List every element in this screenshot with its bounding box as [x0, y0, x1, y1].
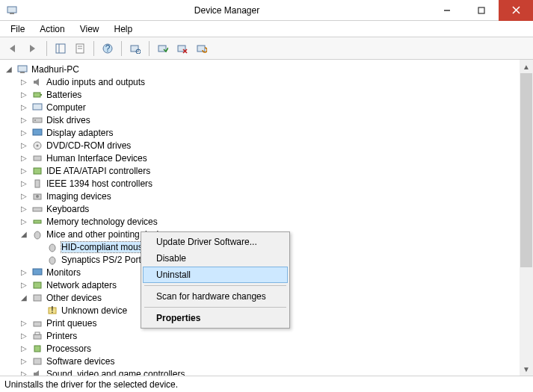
ctx-update-driver[interactable]: Update Driver Software...: [143, 234, 288, 250]
expander-icon[interactable]: ▷: [19, 128, 28, 137]
scroll-down-icon[interactable]: ▼: [520, 362, 533, 376]
tree-item[interactable]: ▷Printers: [3, 329, 517, 342]
ctx-properties[interactable]: Properties: [143, 310, 288, 326]
expander-icon[interactable]: ▷: [19, 357, 28, 366]
menu-help[interactable]: Help: [107, 22, 141, 36]
forward-button[interactable]: [24, 40, 42, 57]
expander-icon[interactable]: ▷: [19, 116, 28, 125]
mouse-icon: [46, 241, 58, 253]
audio-icon: [31, 76, 43, 88]
help-button[interactable]: ?: [99, 40, 117, 57]
software-icon: [31, 355, 43, 367]
expander-icon[interactable]: ▷: [19, 192, 28, 201]
tree-item[interactable]: ▷DVD/CD-ROM drives: [3, 139, 517, 152]
menu-action[interactable]: Action: [32, 22, 72, 36]
ctx-separator: [144, 285, 286, 286]
update-driver-button[interactable]: [193, 40, 211, 57]
menu-view[interactable]: View: [73, 22, 107, 36]
svg-rect-30: [34, 156, 41, 161]
mouse-icon: [46, 254, 58, 266]
minimize-button[interactable]: [430, 0, 464, 21]
tree-item[interactable]: ▷Audio inputs and outputs: [3, 75, 517, 88]
svg-rect-41: [34, 282, 41, 288]
expander-icon[interactable]: ▷: [19, 344, 28, 353]
ctx-disable[interactable]: Disable: [143, 250, 288, 267]
expander-icon[interactable]: ▷: [19, 141, 28, 150]
svg-text:?: ?: [105, 43, 111, 54]
expander-icon[interactable]: ▷: [19, 103, 28, 112]
properties-button[interactable]: [71, 40, 89, 57]
printer-icon: [31, 330, 43, 342]
toolbar-separator: [121, 41, 122, 56]
back-button[interactable]: [4, 40, 22, 57]
svg-rect-47: [35, 332, 40, 335]
tree-root-label: Madhuri-PC: [31, 64, 79, 75]
expander-icon[interactable]: ▷: [19, 205, 28, 214]
svg-point-29: [37, 144, 39, 146]
tree-item[interactable]: ▷Human Interface Devices: [3, 152, 517, 164]
battery-icon: [31, 89, 43, 101]
expander-icon[interactable]: ▷: [19, 154, 28, 163]
scan-hardware-button[interactable]: [126, 40, 144, 57]
svg-rect-25: [33, 118, 42, 122]
expander-icon[interactable]: ▷: [19, 217, 28, 226]
context-menu: Update Driver Software... Disable Uninst…: [141, 231, 290, 329]
uninstall-device-button[interactable]: [173, 40, 191, 57]
scroll-thumb[interactable]: [520, 73, 532, 267]
tree-item[interactable]: ▷IDE ATA/ATAPI controllers: [3, 164, 517, 177]
svg-point-39: [49, 257, 55, 264]
tree-root[interactable]: ◢ Madhuri-PC: [3, 63, 517, 75]
show-hide-tree-button[interactable]: [52, 40, 70, 57]
tree-item[interactable]: ▷IEEE 1394 host controllers: [3, 177, 517, 190]
ctx-uninstall[interactable]: Uninstall: [143, 267, 288, 283]
expander-icon[interactable]: ▷: [19, 90, 28, 99]
tree-item[interactable]: ▷Sound, video and game controllers: [3, 367, 517, 376]
expander-icon[interactable]: ▷: [19, 268, 28, 277]
svg-text:!: !: [51, 305, 53, 315]
hid-icon: [31, 152, 43, 164]
tree-item[interactable]: ▷Batteries: [3, 88, 517, 101]
tree-item[interactable]: ▷Keyboards: [3, 202, 517, 215]
vertical-scrollbar[interactable]: ▲ ▼: [520, 60, 533, 376]
expander-icon[interactable]: ▷: [19, 281, 28, 290]
tree-item[interactable]: ▷Imaging devices: [3, 190, 517, 202]
svg-rect-42: [34, 295, 41, 301]
svg-rect-24: [33, 104, 42, 110]
other-icon: [31, 292, 43, 304]
tree-item[interactable]: ▷Disk drives: [3, 113, 517, 126]
tree-item[interactable]: ▷Processors: [3, 342, 517, 355]
svg-rect-27: [33, 129, 42, 135]
ctx-scan[interactable]: Scan for hardware changes: [143, 288, 288, 305]
svg-rect-31: [34, 168, 41, 174]
tree-item[interactable]: ▷Software devices: [3, 355, 517, 367]
expander-icon[interactable]: ▷: [19, 319, 28, 328]
enable-device-button[interactable]: [154, 40, 172, 57]
keyboard-icon: [31, 203, 43, 215]
expander-icon[interactable]: ◢: [4, 65, 13, 74]
expander-icon[interactable]: ▷: [19, 167, 28, 175]
tree-item[interactable]: ▷Computer: [3, 101, 517, 113]
tree-item[interactable]: ▷Memory technology devices: [3, 215, 517, 228]
ctx-separator: [144, 307, 286, 308]
tree-item[interactable]: ▷Display adapters: [3, 126, 517, 139]
expander-icon[interactable]: ▷: [19, 370, 28, 376]
maximize-button[interactable]: [464, 0, 499, 21]
svg-point-34: [36, 195, 39, 198]
scroll-up-icon[interactable]: ▲: [520, 60, 533, 73]
display-icon: [31, 127, 43, 139]
expander-icon[interactable]: ▷: [19, 179, 28, 188]
expander-icon[interactable]: ◢: [19, 293, 28, 302]
processor-icon: [31, 343, 43, 355]
window-title: Device Manager: [24, 5, 430, 16]
expander-icon[interactable]: ▷: [19, 78, 28, 87]
expander-icon[interactable]: ◢: [19, 230, 28, 239]
expander-icon[interactable]: ▷: [19, 332, 28, 340]
mouse-icon: [31, 228, 43, 240]
sound-icon: [31, 368, 43, 376]
svg-rect-32: [35, 180, 40, 187]
menu-file[interactable]: File: [3, 22, 32, 36]
app-icon: [6, 4, 18, 16]
svg-rect-36: [34, 220, 41, 223]
svg-rect-21: [20, 72, 25, 73]
close-button[interactable]: [499, 0, 533, 21]
